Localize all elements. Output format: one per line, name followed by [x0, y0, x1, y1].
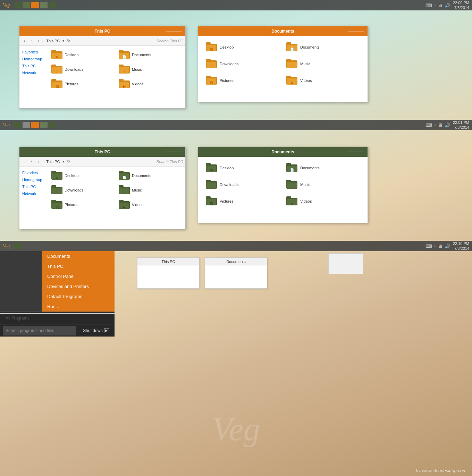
sidebar-network-1[interactable]: Network — [19, 69, 47, 76]
tray-icons-3: ⌨ » 🖥 🔊 — [425, 244, 450, 249]
taskbar2-btn-5[interactable] — [49, 122, 56, 128]
taskbar2-btn-3[interactable] — [31, 122, 39, 128]
sidebar-network-2[interactable]: Network — [19, 190, 47, 197]
taskbar-btn-5[interactable] — [49, 2, 56, 8]
start-devices[interactable]: Devices and Printers — [42, 281, 115, 291]
file-documents-1[interactable]: 📄 Documents — [117, 49, 183, 61]
doc-desktop-2[interactable]: ▦ Desktop — [204, 161, 281, 175]
docs-grid-2: ▦ Desktop 📄 Documents ↓ Downloads ♪ Musi… — [198, 157, 368, 212]
taskbar2-btn-1[interactable] — [14, 122, 22, 128]
file-videos-1[interactable]: ▶ Videos — [117, 78, 183, 90]
taskbar-3-logo: Veg — [0, 243, 12, 249]
start-thispc[interactable]: This PC — [42, 261, 115, 271]
doc-downloads-2[interactable]: ↓ Downloads — [204, 178, 281, 192]
back-btn-1[interactable]: ‹ — [22, 38, 27, 44]
d-pics-label-1: Pictures — [220, 78, 234, 83]
search-label-2[interactable]: Search This PC — [157, 160, 183, 164]
win-body-1: Favorites Homegroup This PC Network ▦ De… — [19, 46, 185, 108]
sidebar-thispc-1[interactable]: This PC — [19, 62, 47, 69]
doc-documents-1[interactable]: 📄 Documents — [284, 40, 362, 54]
win-body-2: Favorites Homegroup This PC Network ▦ De… — [19, 167, 185, 229]
start-menu-left-dark — [0, 251, 42, 312]
nav-dropdown-1[interactable]: ▾ — [62, 39, 64, 43]
keyboard-icon-3: ⌨ — [425, 244, 432, 249]
file-desktop-2[interactable]: ▦ Desktop — [50, 169, 115, 182]
start-documents[interactable]: Documents — [42, 251, 115, 261]
clock-3: 22:10 PM 7/3/2014 — [453, 241, 469, 251]
taskbar2-btn-4[interactable] — [40, 122, 48, 128]
sidebar-favorites-2[interactable]: Favorites — [19, 169, 47, 176]
start-defaultprograms[interactable]: Default Programs — [42, 291, 115, 301]
file-videos-2[interactable]: ▶ Videos — [117, 198, 183, 211]
sidebar-homegroup-1[interactable]: Homegroup — [19, 56, 47, 62]
search-label-1[interactable]: Search This PC — [157, 39, 183, 43]
fwd-btn-2[interactable]: › — [28, 159, 34, 164]
docs-grid-1: ▦ Desktop 📄 Documents ↓ Downloads ♪ Musi… — [198, 36, 368, 92]
shutdown-arrow-icon[interactable]: ▶ — [104, 328, 109, 333]
file-downloads-1[interactable]: ↓ Downloads — [50, 63, 115, 76]
nav-bar-2[interactable]: ‹ › ↑ › This PC ▾ ↻ Search This PC — [19, 157, 185, 167]
doc-downloads-1[interactable]: ↓ Downloads — [204, 57, 281, 71]
filename-pics-2: Pictures — [65, 203, 78, 207]
start-run[interactable]: Run... — [42, 301, 115, 312]
nav-refresh-1[interactable]: ↻ — [67, 39, 70, 43]
filename-dl-2: Downloads — [65, 188, 83, 192]
taskbar-btn-3[interactable] — [31, 2, 39, 8]
start-search-input[interactable] — [3, 326, 76, 335]
file-music-2[interactable]: ♪ Music — [117, 184, 183, 196]
nav-bar-1[interactable]: ‹ › ↑ › This PC ▾ ↻ Search This PC — [19, 36, 185, 46]
fwd-btn-1[interactable]: › — [28, 38, 34, 44]
folder-icon-pics-2: 🖼 — [51, 200, 62, 210]
doc-desktop-1[interactable]: ▦ Desktop — [204, 40, 281, 54]
file-downloads-2[interactable]: ↓ Downloads — [50, 184, 115, 196]
d-docs-label-1: Documents — [300, 45, 320, 49]
nav-refresh-2[interactable]: ↻ — [67, 159, 70, 164]
filename-music-2: Music — [132, 188, 142, 192]
mini-this-pc: This PC — [137, 257, 200, 289]
doc-pictures-2[interactable]: 🖼 Pictures — [204, 194, 281, 208]
time-3: 22:10 PM — [453, 241, 469, 246]
file-documents-2[interactable]: 📄 Documents — [117, 169, 183, 182]
this-pc-window-1: This PC ‹ › ↑ › This PC ▾ ↻ Search This … — [19, 26, 186, 109]
doc-music-2[interactable]: ♪ Music — [284, 178, 362, 192]
doc-videos-1[interactable]: ▶ Videos — [284, 74, 362, 87]
doc-music-1[interactable]: ♪ Music — [284, 57, 362, 71]
sidebar-homegroup-2[interactable]: Homegroup — [19, 176, 47, 183]
folder-icon-music-1: ♪ — [119, 65, 130, 74]
title-sep-1 — [166, 31, 182, 32]
all-programs-btn[interactable]: All Programs — [0, 313, 115, 323]
taskbar-btn-1[interactable] — [14, 2, 22, 8]
sidebar-favorites-1[interactable]: Favorites — [19, 49, 47, 56]
back-btn-2[interactable]: ‹ — [22, 159, 27, 164]
up-btn-2[interactable]: ↑ — [35, 159, 41, 164]
doc-videos-2[interactable]: ▶ Videos — [284, 194, 362, 208]
taskbar2-btn-2[interactable] — [23, 122, 30, 128]
taskbar-1-right: ⌨ » 🖥 🔊 22:00 PM 7/3/2014 — [425, 0, 472, 10]
doc-pictures-1[interactable]: 🖼 Pictures — [204, 74, 281, 87]
file-desktop-1[interactable]: ▦ Desktop — [50, 49, 115, 61]
taskbar-btn-4[interactable] — [40, 2, 48, 8]
file-pictures-1[interactable]: 🖼 Pictures — [50, 78, 115, 90]
file-pictures-2[interactable]: 🖼 Pictures — [50, 198, 115, 211]
filename-dl-1: Downloads — [65, 67, 83, 71]
sidebar-thispc-2[interactable]: This PC — [19, 183, 47, 190]
keyboard-icon-2: ⌨ — [425, 122, 432, 128]
nav-dropdown-2[interactable]: ▾ — [62, 160, 64, 163]
filename-docs-2: Documents — [132, 173, 151, 178]
monitor-icon-2: 🖥 — [438, 122, 442, 128]
folder-icon-docs-1: 📄 — [119, 50, 130, 60]
taskbar-btn-2[interactable] — [23, 2, 30, 8]
doc-documents-2[interactable]: 📄 Documents — [284, 161, 362, 175]
shutdown-button[interactable]: Shut down ▶ — [80, 327, 112, 334]
up-btn-1[interactable]: ↑ — [35, 38, 41, 44]
start-orange-items: Documents This PC Control Panel Devices … — [42, 251, 115, 312]
pics-overlay-1: 🖼 — [56, 85, 59, 88]
all-programs-area: All Programs — [0, 312, 115, 324]
folder-icon-desktop-1: ▦ — [51, 50, 62, 60]
taskbar3-btn-1[interactable] — [14, 243, 22, 249]
folder-icon-pics-1: 🖼 — [51, 79, 62, 89]
tray-sep: » — [434, 3, 436, 7]
start-controlpanel[interactable]: Control Panel — [42, 271, 115, 281]
file-music-1[interactable]: ♪ Music — [117, 63, 183, 76]
title-sep-2 — [166, 152, 182, 152]
